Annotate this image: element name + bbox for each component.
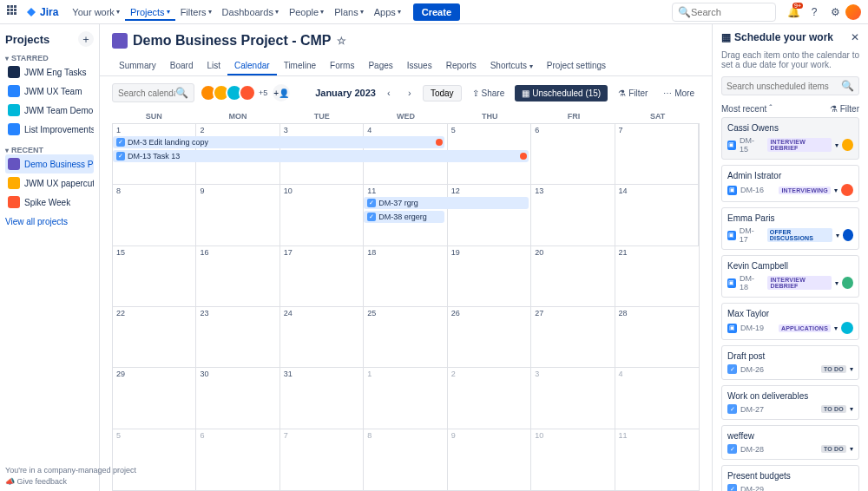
calendar-cell[interactable]: 16	[196, 246, 279, 306]
unscheduled-card[interactable]: Max Taylor▣DM-19APPLICATIONS▾	[721, 303, 859, 340]
calendar-event[interactable]: ✓DM-13 Task 13	[113, 150, 529, 162]
panel-search[interactable]: 🔍	[721, 76, 859, 95]
sidebar-project-item[interactable]: Demo Business Proje...	[5, 154, 94, 173]
calendar-cell[interactable]: 26	[448, 307, 531, 367]
tab-forms[interactable]: Forms	[323, 56, 361, 75]
nav-apps[interactable]: Apps ▾	[369, 3, 406, 21]
app-switcher-icon[interactable]	[7, 5, 21, 19]
tab-calendar[interactable]: Calendar	[227, 56, 277, 75]
share-button[interactable]: ⇪Share	[467, 86, 510, 101]
nav-people[interactable]: People ▾	[284, 3, 329, 21]
calendar-cell[interactable]: 23	[196, 307, 279, 367]
create-button[interactable]: Create	[413, 3, 460, 21]
calendar-event[interactable]: ✓DM-38 ergerg	[364, 211, 444, 223]
calendar-cell[interactable]: 7	[280, 429, 364, 490]
tab-list[interactable]: List	[200, 56, 227, 75]
tab-board[interactable]: Board	[163, 56, 201, 75]
nav-plans[interactable]: Plans ▾	[329, 3, 369, 21]
unscheduled-card[interactable]: Work on deliverables✓DM-27TO DO▾	[721, 385, 859, 420]
tab-shortcuts[interactable]: Shortcuts ▾	[483, 56, 540, 75]
calendar-cell[interactable]: 25	[364, 307, 447, 367]
tab-summary[interactable]: Summary	[112, 56, 163, 75]
calendar-event[interactable]: ✓DM-3 Edit landing copy	[113, 136, 444, 148]
nav-projects[interactable]: Projects ▾	[125, 3, 175, 21]
star-icon[interactable]: ☆	[337, 35, 346, 47]
sidebar-project-item[interactable]: JWM Eng Tasks	[5, 62, 94, 82]
global-search[interactable]: 🔍	[672, 3, 776, 22]
calendar-cell[interactable]: 22	[113, 307, 196, 367]
calendar-cell[interactable]: 21	[615, 246, 699, 306]
calendar-cell[interactable]: 29	[113, 368, 196, 428]
unscheduled-card[interactable]: Present budgets✓DM-29	[721, 465, 859, 491]
calendar-cell[interactable]: 17	[280, 246, 364, 306]
profile-avatar[interactable]	[845, 4, 861, 20]
sidebar-project-item[interactable]: List Improvements In...	[5, 120, 94, 139]
calendar-cell[interactable]: 24	[280, 307, 364, 367]
notifications-icon[interactable]: 🔔9+	[786, 4, 801, 20]
assignee-filter[interactable]: +5 +👤	[200, 84, 290, 101]
unscheduled-card[interactable]: weffew✓DM-28TO DO▾	[721, 425, 859, 460]
unscheduled-card[interactable]: Cassi Owens▣DM-15INTERVIEW DEBRIEF▾	[721, 117, 859, 160]
recent-label[interactable]: ▾RECENT	[5, 146, 94, 154]
next-month-button[interactable]: ›	[402, 85, 418, 101]
calendar-cell[interactable]: 10	[531, 429, 615, 490]
calendar-cell[interactable]: 11	[615, 429, 699, 490]
panel-search-input[interactable]	[727, 82, 841, 91]
avatar[interactable]	[239, 84, 256, 101]
unscheduled-button[interactable]: ▦Unscheduled (15)	[515, 85, 608, 101]
calendar-cell[interactable]: 10	[280, 185, 364, 245]
help-icon[interactable]: ?	[806, 4, 822, 20]
filter-button[interactable]: ⚗Filter	[613, 86, 653, 101]
global-search-input[interactable]	[691, 7, 770, 17]
tab-issues[interactable]: Issues	[400, 56, 439, 75]
calendar-search[interactable]: 🔍	[112, 83, 194, 102]
panel-filter-button[interactable]: ⚗Filter	[830, 104, 859, 114]
calendar-cell[interactable]: 20	[531, 246, 615, 306]
more-button[interactable]: ⋯ More	[658, 86, 700, 101]
starred-label[interactable]: ▾STARRED	[5, 54, 94, 62]
nav-dashboards[interactable]: Dashboards ▾	[217, 3, 284, 21]
calendar-cell[interactable]: 13	[531, 185, 615, 245]
avatar-more[interactable]: +5	[259, 88, 267, 97]
calendar-cell[interactable]: 12	[448, 185, 531, 245]
tab-timeline[interactable]: Timeline	[277, 56, 323, 75]
calendar-cell[interactable]: 4	[615, 368, 699, 428]
prev-month-button[interactable]: ‹	[381, 85, 397, 101]
today-button[interactable]: Today	[423, 85, 462, 101]
nav-filters[interactable]: Filters ▾	[175, 3, 217, 21]
give-feedback[interactable]: 📣 Give feedback	[5, 477, 100, 486]
jira-logo[interactable]: Jira	[26, 6, 58, 18]
calendar-cell[interactable]: 18	[364, 246, 447, 306]
nav-your-work[interactable]: Your work ▾	[67, 3, 125, 21]
close-icon[interactable]: ✕	[851, 31, 859, 43]
sidebar-project-item[interactable]: JWM UX Team	[5, 82, 94, 101]
calendar-cell[interactable]: 7	[615, 124, 699, 184]
sidebar-project-item[interactable]: JWM UX papercuts	[5, 173, 94, 193]
sort-button[interactable]: Most recent ˆ	[721, 104, 773, 114]
calendar-cell[interactable]: 30	[196, 368, 279, 428]
calendar-event[interactable]: ✓DM-37 rgrg	[364, 197, 528, 209]
calendar-cell[interactable]: 15	[113, 246, 196, 306]
calendar-cell[interactable]: 27	[531, 307, 615, 367]
calendar-cell[interactable]: 2	[448, 368, 531, 428]
tab-project-settings[interactable]: Project settings	[540, 56, 613, 75]
calendar-cell[interactable]: 3	[531, 368, 615, 428]
calendar-cell[interactable]: 31	[280, 368, 364, 428]
calendar-search-input[interactable]	[118, 88, 175, 98]
calendar-cell[interactable]: 9	[448, 429, 531, 490]
calendar-cell[interactable]: 6	[196, 429, 279, 490]
create-project-button[interactable]: ＋	[78, 31, 94, 47]
unscheduled-card[interactable]: Draft post✓DM-26TO DO▾	[721, 345, 859, 380]
calendar-cell[interactable]: 8	[364, 429, 447, 490]
sidebar-project-item[interactable]: Spike Week	[5, 193, 94, 212]
calendar-cell[interactable]: 14	[615, 185, 699, 245]
calendar-cell[interactable]: 8	[113, 185, 196, 245]
add-person-button[interactable]: +👤	[273, 84, 290, 101]
view-all-projects[interactable]: View all projects	[5, 217, 94, 226]
unscheduled-card[interactable]: Admin Istrator▣DM-16INTERVIEWING▾	[721, 165, 859, 202]
calendar-cell[interactable]: 1	[364, 368, 447, 428]
calendar-cell[interactable]: 6	[531, 124, 615, 184]
calendar-cell[interactable]: 19	[448, 246, 531, 306]
settings-icon[interactable]: ⚙	[827, 4, 843, 20]
calendar-cell[interactable]: 9	[196, 185, 279, 245]
